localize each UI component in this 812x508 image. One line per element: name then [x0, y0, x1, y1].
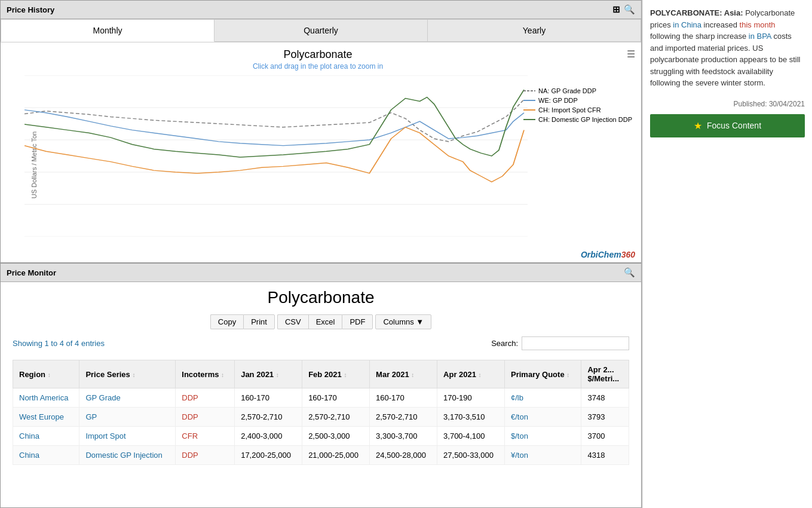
- feb2021-cell: 160-170: [302, 388, 370, 408]
- price-series-link[interactable]: Domestic GP Injection: [85, 451, 162, 460]
- showing-text: Showing 1 to 4 of 4 entries: [13, 339, 105, 348]
- mar2021-cell: 160-170: [370, 388, 437, 408]
- print-button[interactable]: Print: [243, 314, 275, 329]
- pdf-button[interactable]: PDF: [342, 314, 373, 329]
- chart-subtitle: Click and drag in the plot area to zoom …: [1, 62, 635, 71]
- col-primary-quote[interactable]: Primary Quote ↕: [505, 360, 581, 388]
- excel-button[interactable]: Excel: [308, 314, 342, 329]
- price-series-link[interactable]: Import Spot: [85, 432, 125, 440]
- feb2021-cell: 21,000-25,000: [302, 446, 370, 465]
- price-history-title: Price History: [7, 5, 54, 14]
- feb2021-cell: 2,500-3,000: [302, 427, 370, 446]
- tab-quarterly[interactable]: Quarterly: [215, 19, 428, 42]
- region-link[interactable]: China: [19, 432, 39, 440]
- legend-ch-domestic: CH: Domestic GP Injection DDP: [538, 116, 632, 123]
- tab-monthly[interactable]: Monthly: [1, 19, 215, 42]
- monitor-toolbar: Copy Print CSV Excel PDF Columns ▼: [13, 314, 629, 329]
- legend-we: WE: GP DDP: [538, 97, 578, 104]
- apr-metric-cell: 3700: [581, 427, 629, 446]
- csv-button[interactable]: CSV: [277, 314, 308, 329]
- legend-na: NA: GP Grade DDP: [538, 87, 596, 94]
- feb2021-cell: 2,570-2,710: [302, 408, 370, 427]
- apr-metric-cell: 3793: [581, 408, 629, 427]
- search-label: Search:: [491, 339, 518, 348]
- mar2021-cell: 2,570-2,710: [370, 408, 437, 427]
- search-icon[interactable]: 🔍: [624, 4, 635, 15]
- apr2021-cell: 3,170-3,510: [437, 408, 505, 427]
- price-series-link[interactable]: GP Grade: [85, 393, 120, 402]
- jan2021-cell: 2,570-2,710: [235, 408, 302, 427]
- table-row: China Import Spot CFR 2,400-3,000 2,500-…: [13, 427, 629, 446]
- col-apr-metric[interactable]: Apr 2...$/Metri...: [581, 360, 629, 388]
- orbichem-logo: OrbiChem360: [581, 250, 635, 259]
- jan2021-cell: 17,200-25,000: [235, 446, 302, 465]
- table-row: North America GP Grade DDP 160-170 160-1…: [13, 388, 629, 408]
- jan2021-cell: 2,400-3,000: [235, 427, 302, 446]
- legend-ch-import: CH: Import Spot CFR: [538, 106, 601, 114]
- price-series-link[interactable]: GP: [85, 412, 97, 421]
- apr2021-cell: 27,500-33,000: [437, 446, 505, 465]
- col-apr2021[interactable]: Apr 2021 ↕: [437, 360, 505, 388]
- col-price-series[interactable]: Price Series ↕: [79, 360, 176, 388]
- mar2021-cell: 3,300-3,700: [370, 427, 437, 446]
- chart-menu-icon[interactable]: ☰: [627, 48, 635, 60]
- col-feb2021[interactable]: Feb 2021 ↕: [302, 360, 370, 388]
- monitor-title: Polycarbonate: [13, 288, 629, 307]
- primary-quote-link[interactable]: ¥/ton: [511, 451, 528, 460]
- copy-button[interactable]: Copy: [210, 314, 243, 329]
- mar2021-cell: 24,500-28,000: [370, 446, 437, 465]
- col-mar2021[interactable]: Mar 2021 ↕: [370, 360, 437, 388]
- region-link[interactable]: West Europe: [19, 412, 64, 421]
- primary-quote-link[interactable]: €/ton: [511, 412, 528, 421]
- col-incoterms[interactable]: Incoterms ↕: [176, 360, 235, 388]
- price-table: Region ↕ Price Series ↕ Incoterms ↕ Jan …: [13, 360, 629, 465]
- incoterms-cell: DDP: [176, 446, 235, 465]
- primary-quote-link[interactable]: ¢/lb: [511, 393, 523, 402]
- apr-metric-cell: 3748: [581, 388, 629, 408]
- apr2021-cell: 3,700-4,100: [437, 427, 505, 446]
- table-row: China Domestic GP Injection DDP 17,200-2…: [13, 446, 629, 465]
- chart-title: Polycarbonate: [1, 48, 635, 61]
- jan2021-cell: 160-170: [235, 388, 302, 408]
- col-region[interactable]: Region ↕: [13, 360, 79, 388]
- chart-svg: 5k 4k 3k 2k 1k 2011 2012 2013 2014 2015 …: [24, 75, 528, 237]
- apr-metric-cell: 4318: [581, 446, 629, 465]
- search-input[interactable]: [522, 336, 629, 350]
- focus-button-label: Focus Content: [707, 121, 761, 130]
- col-jan2021[interactable]: Jan 2021 ↕: [235, 360, 302, 388]
- period-tabs: Monthly Quarterly Yearly: [1, 19, 641, 42]
- incoterms-cell: DDP: [176, 408, 235, 427]
- incoterms-cell: DDP: [176, 388, 235, 408]
- published-date: Published: 30/04/2021: [650, 100, 805, 108]
- region-link[interactable]: China: [19, 451, 39, 460]
- chart-legend: NA: GP Grade DDP WE: GP DDP CH: Import S…: [523, 87, 632, 126]
- incoterms-cell: CFR: [176, 427, 235, 446]
- price-monitor-title: Price Monitor: [7, 268, 56, 277]
- apr2021-cell: 170-190: [437, 388, 505, 408]
- tab-yearly[interactable]: Yearly: [428, 19, 641, 42]
- primary-quote-link[interactable]: $/ton: [511, 432, 528, 440]
- region-link[interactable]: North America: [19, 393, 68, 402]
- news-text: POLYCARBONATE: Asia: Polycarbonate price…: [650, 7, 805, 89]
- columns-button[interactable]: Columns ▼: [375, 314, 431, 329]
- star-icon: ★: [694, 120, 702, 131]
- table-icon[interactable]: ⊞: [612, 4, 620, 15]
- table-row: West Europe GP DDP 2,570-2,710 2,570-2,7…: [13, 408, 629, 427]
- focus-content-button[interactable]: ★ Focus Content: [650, 114, 805, 137]
- monitor-search-icon[interactable]: 🔍: [624, 267, 635, 278]
